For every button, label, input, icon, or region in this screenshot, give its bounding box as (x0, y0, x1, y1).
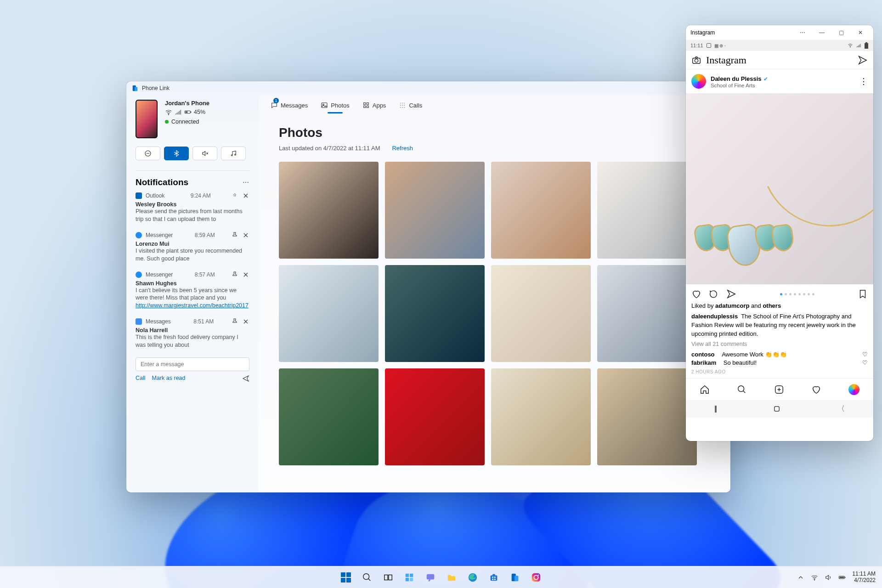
messages-icon (136, 318, 142, 325)
call-action[interactable]: Call (136, 375, 146, 382)
instagram-taskbar-button[interactable] (527, 569, 545, 586)
task-view-button[interactable] (379, 569, 397, 586)
volume-icon[interactable] (825, 574, 832, 581)
notification-item[interactable]: Messenger 8:59 AM Lorenzo Mui I visited … (136, 232, 249, 263)
send-dm-icon[interactable] (858, 55, 868, 65)
battery-icon (184, 108, 192, 116)
phone-link-titlebar[interactable]: Phone Link (126, 81, 730, 95)
svg-rect-5 (186, 112, 188, 113)
chevron-up-icon[interactable] (797, 574, 804, 581)
pin-icon[interactable] (231, 192, 238, 199)
photo-thumbnail[interactable] (491, 265, 591, 362)
post-more-icon[interactable]: ⋮ (859, 76, 868, 86)
chat-button[interactable] (422, 569, 439, 586)
pin-icon[interactable] (231, 318, 238, 325)
explorer-button[interactable] (443, 569, 460, 586)
post-time: 2 HOURS AGO (686, 368, 873, 378)
device-thumbnail[interactable] (136, 100, 158, 138)
photo-thumbnail[interactable] (597, 162, 697, 259)
photo-thumbnail[interactable] (279, 162, 379, 259)
photo-thumbnail[interactable] (385, 265, 485, 362)
bluetooth-toggle[interactable] (164, 147, 189, 160)
photo-thumbnail[interactable] (385, 162, 485, 259)
svg-point-20 (404, 103, 405, 103)
post-username[interactable]: Daleen du Plessis (711, 75, 762, 82)
dnd-toggle[interactable] (136, 147, 160, 160)
mark-read-action[interactable]: Mark as read (152, 375, 186, 382)
photo-thumbnail[interactable] (279, 368, 379, 465)
android-nav-bar: ||| 〈 (686, 400, 873, 418)
tab-messages[interactable]: 1 Messages (270, 99, 309, 113)
start-button[interactable] (337, 569, 355, 586)
reply-input[interactable] (136, 357, 249, 371)
comment[interactable]: contoso Awesome Work 👏👏👏♡ (691, 351, 868, 359)
photo-thumbnail[interactable] (597, 368, 697, 465)
close-icon[interactable] (242, 232, 249, 239)
more-window-icon[interactable]: ⋯ (794, 27, 811, 38)
instagram-tabbar (686, 378, 873, 400)
refresh-link[interactable]: Refresh (392, 145, 413, 152)
instagram-titlebar[interactable]: Instagram ⋯ — ▢ ✕ (686, 25, 873, 40)
like-comment-icon[interactable]: ♡ (862, 359, 868, 368)
volume-toggle[interactable] (192, 147, 217, 160)
photo-thumbnail[interactable] (597, 265, 697, 362)
camera-icon[interactable] (691, 55, 701, 65)
more-icon[interactable] (242, 179, 249, 186)
minimize-button[interactable]: — (814, 27, 830, 38)
comment[interactable]: fabrikam So beautiful!♡ (691, 359, 868, 368)
post-location[interactable]: School of Fine Arts (711, 83, 768, 88)
verified-icon: ✔ (763, 76, 768, 82)
like-icon[interactable] (691, 289, 701, 299)
close-icon[interactable] (242, 271, 249, 278)
post-avatar[interactable] (691, 74, 706, 89)
notification-link[interactable]: http://www.margiestravel.com/beachtrip20… (136, 302, 249, 309)
android-status-bar: 11:11 ▦ ⊕ · (686, 40, 873, 51)
phone-link-taskbar-button[interactable] (506, 569, 524, 586)
store-button[interactable] (485, 569, 503, 586)
music-toggle[interactable] (221, 147, 246, 160)
widgets-button[interactable] (401, 569, 418, 586)
post-image[interactable] (686, 93, 873, 284)
taskbar-clock[interactable]: 11:11 AM 4/7/2022 (852, 571, 876, 584)
pin-icon[interactable] (231, 232, 238, 239)
battery-icon[interactable] (838, 574, 846, 581)
notification-item[interactable]: Outlook 9:24 AM Wesley Brooks Please sen… (136, 192, 249, 223)
close-icon[interactable] (242, 192, 249, 199)
pin-icon[interactable] (231, 271, 238, 278)
photo-thumbnail[interactable] (491, 368, 591, 465)
liked-by[interactable]: Liked by adatumcorp and others (691, 302, 868, 311)
photo-thumbnail[interactable] (385, 368, 485, 465)
photo-thumbnail[interactable] (491, 162, 591, 259)
back-nav-icon[interactable]: 〈 (837, 404, 845, 414)
send-action[interactable] (242, 375, 249, 382)
close-button[interactable]: ✕ (852, 27, 869, 38)
home-nav-icon[interactable] (773, 405, 781, 413)
tab-photos[interactable]: Photos (320, 99, 350, 113)
profile-tab-icon[interactable] (848, 384, 859, 395)
photo-thumbnail[interactable] (279, 265, 379, 362)
maximize-button[interactable]: ▢ (833, 27, 849, 38)
like-comment-icon[interactable]: ♡ (862, 351, 868, 359)
phone-link-title: Phone Link (142, 85, 170, 91)
activity-tab-icon[interactable] (811, 384, 821, 395)
bookmark-icon[interactable] (858, 289, 868, 299)
wifi-icon[interactable] (811, 574, 818, 581)
recent-apps-icon[interactable]: ||| (714, 405, 716, 413)
edge-button[interactable] (464, 569, 481, 586)
close-icon[interactable] (242, 318, 249, 325)
comment-icon[interactable] (709, 289, 719, 299)
svg-rect-47 (492, 577, 493, 578)
svg-point-25 (402, 107, 403, 107)
view-comments[interactable]: View all 21 comments (691, 340, 868, 348)
search-button[interactable] (358, 569, 376, 586)
new-post-tab-icon[interactable] (774, 384, 784, 395)
svg-rect-15 (367, 103, 368, 105)
notifications-heading: Notifications (136, 177, 188, 187)
tab-apps[interactable]: Apps (362, 99, 387, 113)
tab-calls[interactable]: Calls (398, 99, 423, 113)
share-icon[interactable] (726, 289, 736, 299)
home-tab-icon[interactable] (700, 384, 710, 395)
search-tab-icon[interactable] (737, 384, 747, 395)
notification-item[interactable]: Messages 8:51 AM Nola Harrell This is th… (136, 318, 249, 349)
notification-item[interactable]: Messenger 8:57 AM Shawn Hughes I can't b… (136, 271, 249, 310)
